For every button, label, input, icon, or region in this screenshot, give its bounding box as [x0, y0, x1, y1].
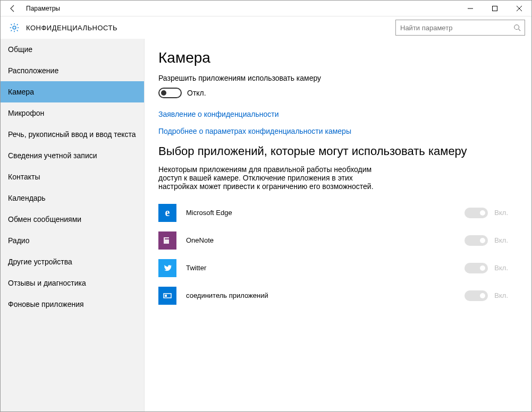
app-toggle-wrap: Вкл. — [465, 208, 508, 218]
app-toggle[interactable] — [465, 263, 488, 273]
svg-rect-1 — [493, 6, 497, 11]
header-bar: КОНФИДЕНЦИАЛЬНОСТЬ — [1, 16, 531, 39]
sidebar: ОбщиеРасположениеКамераМикрофонРечь, рук… — [1, 39, 145, 411]
svg-line-6 — [518, 29, 520, 31]
privacy-statement-link[interactable]: Заявление о конфиденциальности — [158, 110, 518, 118]
body: ОбщиеРасположениеКамераМикрофонРечь, рук… — [1, 39, 531, 411]
apps-description: Некоторым приложениям для правильной раб… — [158, 165, 382, 191]
page-title: Камера — [158, 49, 518, 66]
maximize-icon — [492, 6, 497, 11]
titlebar: Параметры — [1, 1, 531, 16]
toggle-knob — [161, 90, 166, 96]
app-row-3: соединитель приложенийВкл. — [158, 282, 518, 310]
sidebar-item-12[interactable]: Фоновые приложения — [1, 294, 144, 315]
svg-rect-8 — [165, 238, 169, 239]
sidebar-item-4[interactable]: Речь, рукописный ввод и ввод текста — [1, 124, 144, 145]
toggle-knob — [480, 210, 485, 216]
app-toggle-wrap: Вкл. — [465, 263, 508, 273]
apps-heading: Выбор приложений, которые могут использо… — [158, 144, 518, 159]
section-title: КОНФИДЕНЦИАЛЬНОСТЬ — [26, 24, 117, 32]
svg-point-4 — [13, 26, 16, 29]
sidebar-item-6[interactable]: Контакты — [1, 166, 144, 187]
gear-icon — [7, 22, 22, 33]
app-toggle-state: Вкл. — [494, 264, 508, 272]
app-toggle-wrap: Вкл. — [465, 290, 508, 301]
search-input[interactable] — [400, 24, 512, 32]
app-toggle[interactable] — [465, 290, 488, 301]
minimize-button[interactable] — [458, 1, 483, 16]
back-button[interactable] — [1, 1, 25, 16]
twitter-icon — [158, 259, 176, 277]
app-name: OneNote — [186, 236, 214, 244]
search-box[interactable] — [395, 20, 525, 36]
allow-camera-label: Разрешить приложениям использовать камер… — [158, 74, 518, 82]
window-title: Параметры — [26, 5, 60, 12]
svg-rect-10 — [165, 295, 167, 297]
minimize-icon — [468, 6, 473, 11]
edge-icon: e — [158, 204, 176, 222]
onenote-icon — [158, 231, 176, 250]
sidebar-item-11[interactable]: Отзывы и диагностика — [1, 272, 144, 294]
toggle-knob — [480, 265, 485, 271]
app-toggle-state: Вкл. — [494, 236, 508, 244]
sidebar-item-8[interactable]: Обмен сообщениями — [1, 209, 144, 230]
svg-rect-7 — [164, 237, 169, 244]
sidebar-item-10[interactable]: Другие устройства — [1, 251, 144, 272]
close-icon — [517, 6, 522, 11]
toggle-knob — [480, 238, 485, 243]
sidebar-item-1[interactable]: Расположение — [1, 60, 144, 81]
sidebar-item-0[interactable]: Общие — [1, 39, 144, 60]
search-icon — [512, 24, 521, 31]
apps-list: eMicrosoft EdgeВкл.OneNoteВкл.TwitterВкл… — [158, 199, 518, 310]
connector-icon — [158, 287, 176, 305]
learn-more-link[interactable]: Подробнее о параметрах конфиденциальност… — [158, 127, 518, 135]
sidebar-item-9[interactable]: Радио — [1, 230, 144, 251]
svg-point-5 — [514, 25, 519, 30]
window-controls — [458, 1, 531, 16]
maximize-button[interactable] — [483, 1, 507, 16]
app-toggle-state: Вкл. — [494, 209, 508, 217]
app-toggle-state: Вкл. — [494, 291, 508, 299]
camera-toggle-row: Откл. — [158, 88, 518, 98]
arrow-left-icon — [9, 4, 17, 13]
content: Камера Разрешить приложениям использоват… — [145, 39, 531, 411]
app-row-2: TwitterВкл. — [158, 254, 518, 282]
toggle-knob — [480, 293, 485, 298]
sidebar-item-3[interactable]: Микрофон — [1, 102, 144, 124]
app-toggle[interactable] — [465, 235, 488, 246]
sidebar-item-5[interactable]: Сведения учетной записи — [1, 145, 144, 166]
camera-toggle[interactable] — [158, 88, 182, 98]
app-row-0: eMicrosoft EdgeВкл. — [158, 199, 518, 227]
sidebar-item-2[interactable]: Камера — [1, 81, 144, 102]
app-toggle[interactable] — [465, 208, 488, 218]
app-row-1: OneNoteВкл. — [158, 227, 518, 254]
camera-toggle-state: Откл. — [187, 89, 206, 97]
settings-window: Параметры КОНФИДЕНЦИАЛЬНОСТЬ — [0, 0, 532, 412]
app-toggle-wrap: Вкл. — [465, 235, 508, 246]
sidebar-item-7[interactable]: Календарь — [1, 187, 144, 209]
links: Заявление о конфиденциальности Подробнее… — [158, 110, 518, 135]
app-name: Twitter — [186, 264, 206, 272]
close-button[interactable] — [507, 1, 531, 16]
app-name: Microsoft Edge — [186, 209, 232, 217]
app-name: соединитель приложений — [186, 291, 268, 299]
